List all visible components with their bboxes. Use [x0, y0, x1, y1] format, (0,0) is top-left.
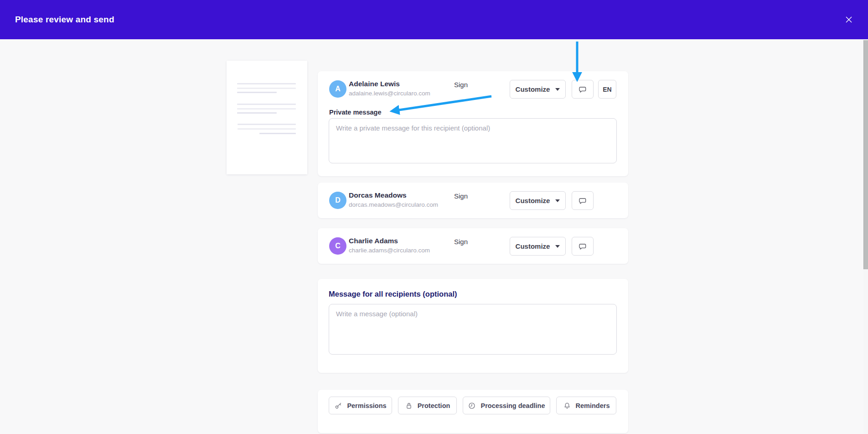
customize-label: Customize	[516, 197, 550, 204]
recipient-email: charlie.adams@circularo.com	[349, 247, 430, 254]
chat-bubble-icon	[578, 242, 587, 251]
recipient-card: D Dorcas Meadows dorcas.meadows@circular…	[318, 183, 628, 218]
chat-bubble-icon	[578, 85, 587, 94]
thumbnail-text-line	[237, 83, 296, 84]
private-message-label: Private message	[329, 109, 381, 116]
recipient-email: adalaine.lewis@circularo.com	[349, 90, 430, 97]
recipient-name: Dorcas Meadows	[349, 191, 407, 199]
chevron-down-icon	[555, 199, 560, 202]
thumbnail-text-line	[237, 112, 277, 114]
message-all-card: Message for all recipients (optional)	[318, 279, 628, 373]
chevron-down-icon	[555, 88, 560, 91]
scrollbar-thumb[interactable]	[863, 40, 868, 269]
close-icon[interactable]	[842, 13, 855, 26]
clock-icon	[468, 402, 476, 410]
chevron-down-icon	[555, 245, 560, 248]
protection-button[interactable]: Protection	[398, 397, 457, 414]
customize-button[interactable]: Customize	[510, 237, 566, 256]
recipient-card: A Adelaine Lewis adalaine.lewis@circular…	[318, 71, 628, 176]
page-title: Please review and send	[15, 15, 114, 25]
document-thumbnail[interactable]	[227, 61, 307, 174]
thumbnail-text-line	[238, 124, 296, 125]
recipient-role: Sign	[454, 81, 468, 89]
recipient-role: Sign	[454, 192, 468, 200]
permissions-button[interactable]: Permissions	[329, 397, 392, 414]
reminders-button[interactable]: Reminders	[556, 397, 616, 414]
private-message-input[interactable]	[329, 118, 617, 163]
lock-icon	[405, 402, 413, 410]
thumbnail-text-line	[237, 108, 296, 110]
avatar: D	[329, 192, 346, 209]
message-all-title: Message for all recipients (optional)	[329, 290, 457, 298]
private-message-button[interactable]	[572, 191, 594, 210]
key-icon	[334, 402, 342, 410]
recipient-card: C Charlie Adams charlie.adams@circularo.…	[318, 228, 628, 264]
permissions-label: Permissions	[347, 402, 386, 409]
chat-bubble-icon	[578, 196, 587, 205]
modal-header: Please review and send	[0, 0, 868, 39]
thumbnail-text-line	[237, 104, 296, 105]
customize-label: Customize	[516, 242, 550, 250]
recipient-role: Sign	[454, 238, 468, 246]
avatar: A	[329, 80, 346, 98]
language-label: EN	[603, 86, 611, 93]
scrollbar-track	[863, 39, 868, 434]
processing-deadline-button[interactable]: Processing deadline	[463, 397, 550, 414]
recipient-email: dorcas.meadows@circularo.com	[349, 201, 438, 208]
avatar: C	[329, 237, 346, 255]
reminders-label: Reminders	[576, 402, 610, 409]
message-all-input[interactable]	[329, 304, 617, 355]
thumbnail-text-line	[237, 92, 277, 93]
processing-deadline-label: Processing deadline	[480, 402, 545, 409]
customize-button[interactable]: Customize	[510, 80, 566, 99]
thumbnail-text-line	[259, 133, 296, 134]
recipient-name: Charlie Adams	[349, 237, 398, 245]
customize-button[interactable]: Customize	[510, 191, 566, 210]
protection-label: Protection	[418, 402, 450, 409]
thumbnail-text-line	[238, 128, 296, 130]
thumbnail-text-line	[237, 88, 296, 89]
settings-row: Permissions Protection Processing deadli…	[329, 397, 616, 414]
bell-icon	[563, 402, 571, 410]
language-button[interactable]: EN	[598, 80, 616, 99]
private-message-button[interactable]	[572, 237, 594, 256]
settings-card: Permissions Protection Processing deadli…	[318, 390, 628, 433]
customize-label: Customize	[516, 85, 550, 93]
private-message-button[interactable]	[572, 80, 594, 99]
recipient-name: Adelaine Lewis	[349, 80, 400, 88]
